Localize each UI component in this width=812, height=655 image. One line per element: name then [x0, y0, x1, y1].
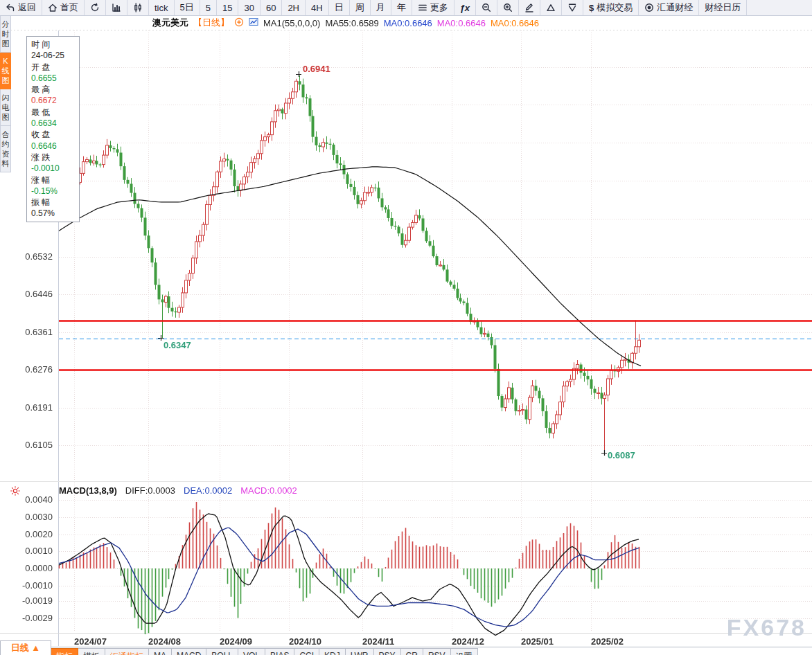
- macd-diff-value: DIFF:0.0003: [125, 485, 175, 496]
- chart-canvas[interactable]: [0, 0, 812, 655]
- toolbar-button-year[interactable]: 年: [391, 0, 412, 15]
- toolbar-button-label: 汇通财经: [657, 1, 693, 14]
- toolbar-button-label: 2H: [288, 3, 299, 13]
- info-label: 最 低: [31, 107, 79, 118]
- indicator-tab-KDJ[interactable]: KDJ: [319, 648, 346, 655]
- toolbar-button-huitong[interactable]: 汇通财经: [639, 0, 699, 15]
- info-label: 收 盘: [31, 129, 79, 140]
- toolbar-button-label: 5: [206, 3, 211, 13]
- macd-header: MACD(13,8,9) DIFF:0.0003 DEA:0.0002 MACD…: [59, 485, 297, 496]
- toolbar-button-bar-chart[interactable]: [106, 0, 127, 15]
- toolbar-button-back[interactable]: 返回: [0, 0, 42, 15]
- macd-axis-tick: 0.0030: [0, 512, 53, 522]
- macd-axis-tick: -0.0010: [0, 580, 53, 591]
- date-axis-tick: 2024/10: [289, 636, 321, 647]
- toolbar-button-m15[interactable]: 15: [217, 0, 238, 15]
- date-axis-tick: 2024/08: [148, 636, 181, 647]
- toolbar-button-candle-chart[interactable]: [127, 0, 149, 15]
- toolbar-button-h2[interactable]: 2H: [282, 0, 306, 15]
- toolbar-button-label: 更多: [430, 1, 448, 14]
- price-annotation: 0.6347: [164, 340, 191, 350]
- date-axis-tick: 2025/01: [521, 636, 554, 647]
- info-value: 0.6655: [31, 73, 79, 84]
- chart-type-tab-contract-info[interactable]: 合约资料: [0, 126, 11, 172]
- chart-type-tab-kline-chart[interactable]: K线图: [0, 53, 11, 89]
- macd-settings-icon[interactable]: [10, 485, 21, 499]
- toolbar-button-triangle[interactable]: [540, 0, 562, 15]
- indicator-tab-模板[interactable]: 模板: [78, 648, 105, 655]
- date-axis-tick: 2024/12: [452, 636, 484, 647]
- toolbar-button-refresh[interactable]: [85, 0, 106, 15]
- toolbar-button-zoom-out[interactable]: [476, 0, 497, 15]
- price-axis-tick: 0.6105: [0, 440, 53, 450]
- zoom-in-icon: [503, 3, 513, 12]
- indicator-tab-BOLL[interactable]: BOLL: [206, 648, 238, 655]
- symbol-period[interactable]: 【日线】: [193, 17, 229, 29]
- toolbar-button-5d[interactable]: 5日: [175, 0, 200, 15]
- toolbar-button-m60[interactable]: 60: [261, 0, 282, 15]
- chart-type-tab-time-chart[interactable]: 分时图: [0, 16, 11, 53]
- toolbar-button-day[interactable]: 日: [329, 0, 350, 15]
- ma0-value-orange: MA0:0.6646: [491, 18, 539, 28]
- toolbar-button-label: 返回: [18, 1, 36, 14]
- indicator-tab-设置[interactable]: 设置: [451, 648, 478, 655]
- symbol-name: 澳元美元: [152, 17, 188, 29]
- indicator-tab-CCI[interactable]: CCI: [294, 648, 319, 655]
- price-annotation: 0.6941: [303, 64, 330, 74]
- toolbar-button-draw[interactable]: [519, 0, 540, 15]
- toolbar-button-label: tick: [155, 3, 168, 13]
- chart-type-tabstrip: 分时图K线图闪电图合约资料: [0, 16, 10, 172]
- toolbar-button-fx[interactable]: ƒx: [454, 0, 476, 15]
- macd-title: MACD(13,8,9): [59, 485, 117, 496]
- toolbar-button-m30[interactable]: 30: [238, 0, 260, 15]
- indicator-tab-MA[interactable]: MA: [149, 648, 172, 655]
- indicator-tab-LWR[interactable]: LWR: [346, 648, 374, 655]
- period-selector[interactable]: 日线 ▲: [0, 640, 51, 655]
- info-value: 0.57%: [31, 208, 79, 219]
- price-axis-tick: 0.6532: [0, 251, 53, 262]
- macd-axis-tick: -0.0019: [0, 595, 53, 606]
- info-label: 振 幅: [31, 197, 79, 208]
- pen-icon: [524, 3, 534, 12]
- indicator-tab-指标[interactable]: 指标: [51, 648, 78, 655]
- indicator-tabstrip: 指标模板汇通指标MAMACDBOLLVOLBIASCCIKDJLWRPSYCRR…: [51, 648, 478, 655]
- indicator-tab-RSV[interactable]: RSV: [423, 648, 451, 655]
- indicator-tab-汇通指标[interactable]: 汇通指标: [105, 648, 149, 655]
- toolbar-button-calendar[interactable]: 财经日历: [699, 0, 747, 15]
- dollar-icon: $: [589, 3, 594, 13]
- toolbar-button-more[interactable]: 更多: [412, 0, 454, 15]
- circle-plus-icon[interactable]: [234, 17, 244, 29]
- toolbar-button-tick[interactable]: tick: [149, 0, 175, 15]
- indicator-tab-VOL[interactable]: VOL: [238, 648, 265, 655]
- toolbar-button-h4[interactable]: 4H: [306, 0, 329, 15]
- toolbar-button-send-bottom[interactable]: [562, 0, 583, 15]
- toolbar-button-month[interactable]: 月: [371, 0, 391, 15]
- candlestick-icon: [133, 3, 143, 12]
- info-value: -0.15%: [31, 186, 79, 197]
- symbol-header: 澳元美元 【日线】 MA1(55,0,0,0) MA55:0.6589 MA0:…: [152, 17, 539, 28]
- indicator-tab-BIAS[interactable]: BIAS: [265, 648, 294, 655]
- price-axis-tick: 0.6191: [0, 402, 53, 413]
- macd-axis-tick: 0.0010: [0, 546, 53, 556]
- price-annotation: 0.6087: [608, 450, 635, 460]
- ma-settings-label: MA1(55,0,0,0): [263, 18, 320, 28]
- macd-params: MACD(13,8,9): [59, 485, 117, 496]
- send-bottom-icon: [567, 3, 577, 12]
- toolbar-button-sim-trade[interactable]: $模拟交易: [583, 0, 639, 15]
- price-axis-tick: 0.6446: [0, 289, 53, 299]
- indicator-tab-PSY[interactable]: PSY: [374, 648, 401, 655]
- toolbar-button-week[interactable]: 周: [350, 0, 371, 15]
- macd-axis-tick: -0.0029: [0, 613, 53, 623]
- indicator-tab-CR[interactable]: CR: [401, 648, 423, 655]
- chart-type-tab-lightning-chart[interactable]: 闪电图: [0, 89, 11, 126]
- toolbar-button-m5[interactable]: 5: [200, 0, 217, 15]
- toolbar-button-label: 月: [376, 1, 385, 14]
- toolbar-button-label: 30: [244, 3, 254, 13]
- macd-axis-tick: 0.0000: [0, 563, 53, 573]
- date-axis-tick: 2024/11: [362, 636, 394, 647]
- toolbar-button-home[interactable]: 首页: [42, 0, 85, 15]
- toolbar-button-zoom-in[interactable]: [497, 0, 519, 15]
- home-icon: [48, 3, 58, 12]
- ma0-value-blue: MA0:0.6646: [384, 18, 432, 28]
- indicator-tab-MACD[interactable]: MACD: [172, 648, 206, 655]
